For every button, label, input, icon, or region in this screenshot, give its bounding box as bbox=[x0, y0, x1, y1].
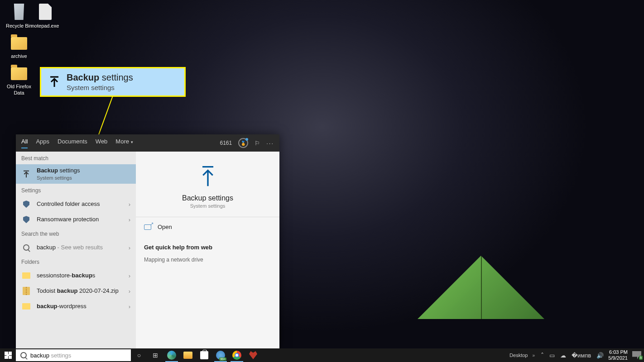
desktop-icon-label: notepad.exe bbox=[29, 23, 62, 29]
help-heading: Get quick help from web bbox=[144, 244, 271, 251]
rewards-badge-icon[interactable]: 🏅 bbox=[238, 138, 248, 148]
tab-documents[interactable]: Documents bbox=[58, 138, 87, 148]
start-search-panel: All Apps Documents Web More 6161 🏅 ⚐ ···… bbox=[16, 134, 279, 348]
result-backup-settings[interactable]: Backup settings System settings bbox=[16, 164, 136, 184]
taskbar-clock[interactable]: 6:03 PM 5/9/2021 bbox=[606, 349, 630, 361]
recycle-bin-icon bbox=[12, 4, 26, 20]
more-options-icon[interactable]: ··· bbox=[266, 140, 274, 147]
search-results-list: Best match Backup settings System settin… bbox=[16, 152, 136, 348]
game-icon bbox=[249, 351, 257, 359]
folder-icon bbox=[11, 67, 27, 80]
chevron-right-icon: › bbox=[129, 288, 130, 295]
search-input[interactable]: backup settings bbox=[30, 352, 126, 359]
chrome-icon bbox=[232, 351, 241, 360]
tab-all[interactable]: All bbox=[21, 138, 28, 148]
desktop-icon-archive[interactable]: archive bbox=[2, 33, 36, 59]
search-icon bbox=[20, 352, 27, 358]
preview-title: Backup settings bbox=[136, 194, 279, 202]
taskbar-search-box[interactable]: backup settings bbox=[16, 349, 131, 361]
taskbar-app-file-explorer[interactable] bbox=[180, 348, 196, 362]
task-view-button[interactable]: ⊞ bbox=[147, 348, 163, 362]
section-folders: Folders bbox=[16, 255, 136, 268]
rewards-points[interactable]: 6161 bbox=[220, 140, 232, 146]
result-web-backup[interactable]: backup - See web results › bbox=[16, 240, 136, 255]
backup-arrow-icon bbox=[21, 169, 31, 179]
result-title: Backup settings bbox=[37, 167, 130, 175]
callout-subtitle: System settings bbox=[67, 84, 133, 91]
help-link-mapping-network-drive[interactable]: Mapping a network drive bbox=[144, 257, 203, 263]
result-folder-backup-wordpress[interactable]: backup-wordpress › bbox=[16, 299, 136, 314]
action-center-button[interactable]: 5 bbox=[632, 351, 641, 359]
windows-logo-icon bbox=[5, 352, 12, 359]
cortana-button[interactable]: ○ bbox=[131, 348, 147, 362]
search-preview-pane: Backup settings System settings Open Get… bbox=[136, 152, 279, 348]
folder-icon bbox=[22, 272, 30, 279]
store-icon bbox=[200, 351, 208, 359]
section-search-web: Search the web bbox=[16, 227, 136, 240]
internet-explorer-icon bbox=[216, 351, 225, 360]
search-icon bbox=[23, 244, 29, 251]
result-ransomware-protection[interactable]: Ransomware protection › bbox=[16, 212, 136, 227]
tray-onedrive-icon[interactable]: ☁ bbox=[560, 352, 566, 359]
chevron-right-icon: › bbox=[129, 244, 130, 251]
desktop-icon-label: Old Firefox Data bbox=[2, 84, 36, 95]
section-settings: Settings bbox=[16, 184, 136, 196]
taskbar-app-game[interactable] bbox=[245, 348, 261, 362]
edge-icon bbox=[167, 351, 176, 360]
preview-open-button[interactable]: Open bbox=[136, 217, 279, 237]
tab-more[interactable]: More bbox=[115, 138, 133, 148]
result-subtitle: System settings bbox=[37, 175, 130, 181]
chevron-right-icon: › bbox=[129, 272, 130, 279]
result-controlled-folder-access[interactable]: Controlled folder access › bbox=[16, 196, 136, 212]
desktop-icon-notepad[interactable]: notepad.exe bbox=[29, 2, 62, 29]
chevron-right-icon: › bbox=[129, 201, 130, 208]
toolbar-chevrons-icon[interactable]: » bbox=[532, 353, 535, 358]
taskbar-app-chrome[interactable] bbox=[229, 348, 245, 362]
file-icon bbox=[39, 4, 52, 20]
open-external-icon bbox=[144, 224, 151, 230]
tab-web[interactable]: Web bbox=[96, 138, 108, 148]
file-explorer-icon bbox=[183, 352, 192, 359]
annotation-callout: Backup settings System settings bbox=[40, 67, 186, 97]
desktop-icon-old-firefox-data[interactable]: Old Firefox Data bbox=[2, 63, 36, 95]
tray-chevron-up-icon[interactable]: ˄ bbox=[537, 348, 548, 362]
taskbar-app-internet-explorer[interactable] bbox=[212, 348, 229, 362]
result-folder-sessionstore-backups[interactable]: sessionstore-backups › bbox=[16, 268, 136, 283]
desktop-icon-label: archive bbox=[2, 53, 36, 59]
taskbar-app-store[interactable] bbox=[196, 348, 212, 362]
tray-meet-now-icon[interactable]: ▭ bbox=[549, 352, 555, 359]
search-tabs-bar: All Apps Documents Web More 6161 🏅 ⚐ ··· bbox=[16, 134, 279, 152]
start-button[interactable] bbox=[0, 348, 16, 362]
section-best-match: Best match bbox=[16, 152, 136, 164]
preview-subtitle: System settings bbox=[136, 203, 279, 209]
shield-icon bbox=[23, 200, 29, 208]
callout-title: Backup settings bbox=[67, 72, 133, 83]
zip-file-icon bbox=[23, 287, 30, 295]
taskbar: backup settings ○ ⊞ Desktop » ˄ ▭ ☁ �имп… bbox=[0, 348, 644, 362]
result-folder-todoist-backup-zip[interactable]: Todoist backup 2020-07-24.zip › bbox=[16, 283, 136, 299]
tray-network-icon[interactable]: �импв bbox=[572, 352, 591, 359]
taskbar-desktop-toolbar[interactable]: Desktop bbox=[509, 352, 528, 358]
taskbar-app-edge[interactable] bbox=[163, 348, 180, 362]
backup-arrow-icon bbox=[199, 165, 217, 188]
tray-volume-icon[interactable]: 🔊 bbox=[596, 352, 604, 359]
tab-apps[interactable]: Apps bbox=[36, 138, 49, 148]
chevron-right-icon: › bbox=[129, 216, 130, 223]
notification-count: 5 bbox=[639, 356, 643, 360]
folder-icon bbox=[22, 303, 30, 310]
backup-arrow-icon bbox=[48, 75, 61, 89]
shield-icon bbox=[23, 216, 29, 223]
folder-icon bbox=[11, 37, 27, 50]
chevron-right-icon: › bbox=[129, 303, 130, 310]
feedback-icon[interactable]: ⚐ bbox=[255, 140, 260, 147]
